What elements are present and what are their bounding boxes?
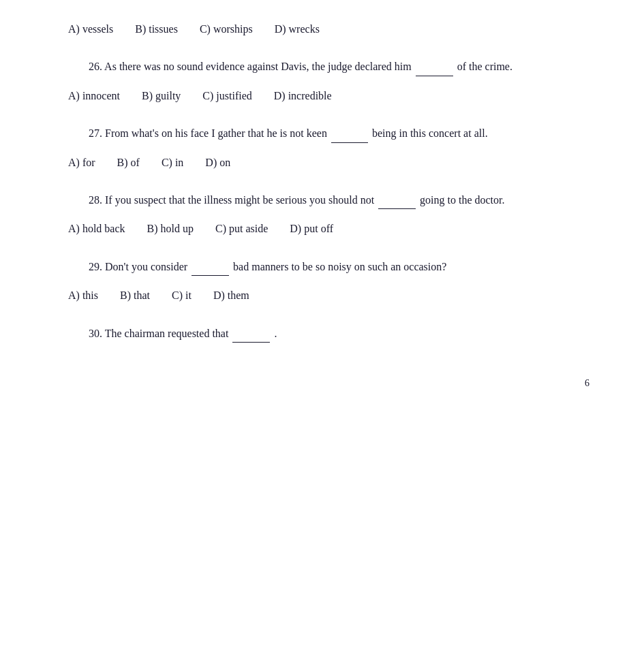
question-30-text: 30. The chairman requested that . xyxy=(55,324,589,343)
options-26: A) innocent B) guilty C) justified D) in… xyxy=(68,87,589,105)
question-25-options: A) vessels B) tissues C) worships D) wre… xyxy=(55,20,589,38)
option-25-a: A) vessels xyxy=(68,23,113,35)
blank-26 xyxy=(416,57,453,76)
option-26-b: B) guilty xyxy=(142,90,181,101)
option-29-b: B) that xyxy=(120,289,150,301)
option-27-c: C) in xyxy=(162,157,183,168)
option-26-c: C) justified xyxy=(202,90,251,101)
question-27-text: 27. From what's on his face I gather tha… xyxy=(55,124,589,142)
blank-27 xyxy=(331,124,368,142)
options-25: A) vessels B) tissues C) worships D) wre… xyxy=(68,20,589,38)
option-28-a: A) hold back xyxy=(68,223,125,234)
option-29-a: A) this xyxy=(68,289,98,301)
option-27-a: A) for xyxy=(68,157,95,168)
options-27: A) for B) of C) in D) on xyxy=(68,154,589,172)
question-30: 30. The chairman requested that . xyxy=(55,324,589,343)
option-27-b: B) of xyxy=(117,157,140,168)
question-29-text: 29. Don't you consider bad manners to be… xyxy=(55,257,589,276)
question-27: 27. From what's on his face I gather tha… xyxy=(55,124,589,172)
options-28: A) hold back B) hold up C) put aside D) … xyxy=(68,220,589,238)
page-container: A) vessels B) tissues C) worships D) wre… xyxy=(0,0,644,403)
question-28-text: 28. If you suspect that the illness migh… xyxy=(55,191,589,209)
blank-28 xyxy=(378,191,416,209)
option-29-d: D) them xyxy=(213,289,249,301)
option-26-d: D) incredible xyxy=(274,90,332,101)
option-28-d: D) put off xyxy=(290,223,333,234)
option-25-d: D) wrecks xyxy=(275,23,320,35)
option-27-d: D) on xyxy=(205,157,230,168)
question-26: 26. As there was no sound evidence again… xyxy=(55,57,589,105)
option-28-b: B) hold up xyxy=(147,223,194,234)
blank-30 xyxy=(232,324,270,343)
question-29: 29. Don't you consider bad manners to be… xyxy=(55,257,589,305)
option-29-c: C) it xyxy=(172,289,191,301)
option-25-c: C) worships xyxy=(200,23,253,35)
question-28: 28. If you suspect that the illness migh… xyxy=(55,191,589,238)
blank-29 xyxy=(191,257,229,276)
question-26-text: 26. As there was no sound evidence again… xyxy=(55,57,589,76)
option-26-a: A) innocent xyxy=(68,90,120,101)
option-28-c: C) put aside xyxy=(215,223,268,234)
option-25-b: B) tissues xyxy=(135,23,178,35)
options-29: A) this B) that C) it D) them xyxy=(68,287,589,304)
page-number: 6 xyxy=(585,378,589,389)
